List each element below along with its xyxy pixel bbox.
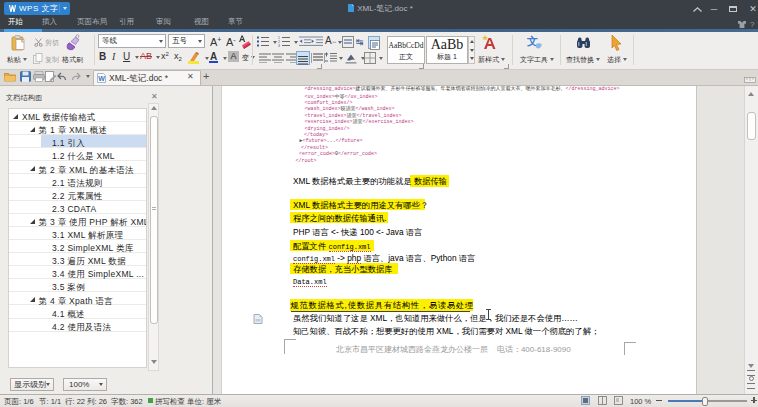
svg-text:3: 3	[278, 44, 280, 47]
svg-text:W: W	[98, 75, 105, 82]
